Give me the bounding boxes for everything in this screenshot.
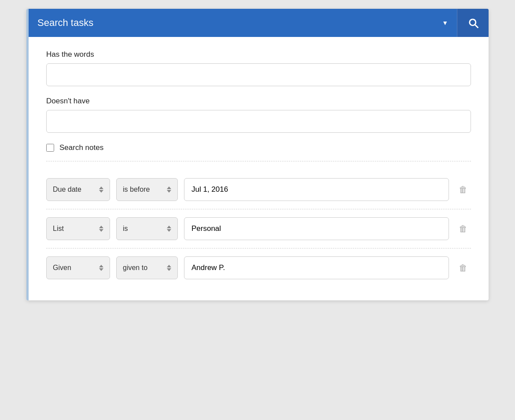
filter-2-operator-select[interactable]: is (116, 217, 178, 240)
filter-3-operator-label: given to (123, 264, 147, 272)
trash-icon: 🗑 (459, 263, 467, 273)
search-notes-checkbox[interactable] (46, 144, 54, 152)
filter-row-1: Due date is before 🗑 (46, 170, 471, 209)
search-title-area[interactable]: Search tasks ▼ (29, 17, 457, 29)
filter-2-delete-button[interactable]: 🗑 (455, 220, 471, 237)
filter-2-field-stepper-icon (99, 226, 103, 232)
search-icon (467, 17, 479, 29)
trash-icon: 🗑 (459, 185, 467, 195)
filter-2-field-select[interactable]: List (46, 217, 110, 240)
search-header: Search tasks ▼ (29, 9, 489, 37)
filter-3-operator-stepper-icon (167, 265, 171, 271)
filter-1-value-input[interactable] (184, 178, 449, 201)
filter-1-field-select[interactable]: Due date (46, 178, 110, 201)
filter-2-operator-label: is (123, 225, 128, 233)
filter-1-field-label: Due date (53, 186, 81, 194)
doesnt-have-input[interactable] (46, 110, 471, 133)
panel-body: Has the words Doesn't have Search notes … (29, 37, 489, 300)
filter-3-field-stepper-icon (99, 265, 103, 271)
filter-3-delete-button[interactable]: 🗑 (455, 259, 471, 277)
search-notes-label: Search notes (59, 143, 103, 152)
filter-2-field-label: List (53, 225, 64, 233)
filter-3-field-select[interactable]: Given (46, 256, 110, 279)
search-button[interactable] (457, 9, 489, 37)
filter-1-operator-select[interactable]: is before (116, 178, 178, 201)
filter-3-value-input[interactable] (184, 256, 449, 279)
filter-row-3: Given given to 🗑 (46, 248, 471, 287)
filter-3-field-label: Given (53, 264, 71, 272)
search-notes-row: Search notes (46, 143, 471, 152)
doesnt-have-label: Doesn't have (46, 97, 471, 106)
has-words-label: Has the words (46, 50, 471, 59)
filter-row-2: List is 🗑 (46, 209, 471, 248)
search-panel: Search tasks ▼ Has the words Doesn't hav… (26, 9, 489, 300)
filter-1-field-stepper-icon (99, 186, 103, 193)
search-title: Search tasks (37, 17, 93, 29)
trash-icon: 🗑 (459, 224, 467, 234)
doesnt-have-section: Doesn't have (46, 97, 471, 133)
filter-2-value-input[interactable] (184, 217, 449, 240)
section-divider (46, 161, 471, 161)
filters-container: Due date is before 🗑 (46, 170, 471, 287)
filter-2-operator-stepper-icon (167, 226, 171, 232)
dropdown-arrow-icon: ▼ (442, 19, 448, 26)
filter-1-operator-stepper-icon (167, 186, 171, 193)
has-words-section: Has the words (46, 50, 471, 86)
filter-3-operator-select[interactable]: given to (116, 256, 178, 279)
filter-1-operator-label: is before (123, 186, 150, 194)
filter-1-delete-button[interactable]: 🗑 (455, 181, 471, 198)
has-words-input[interactable] (46, 63, 471, 86)
